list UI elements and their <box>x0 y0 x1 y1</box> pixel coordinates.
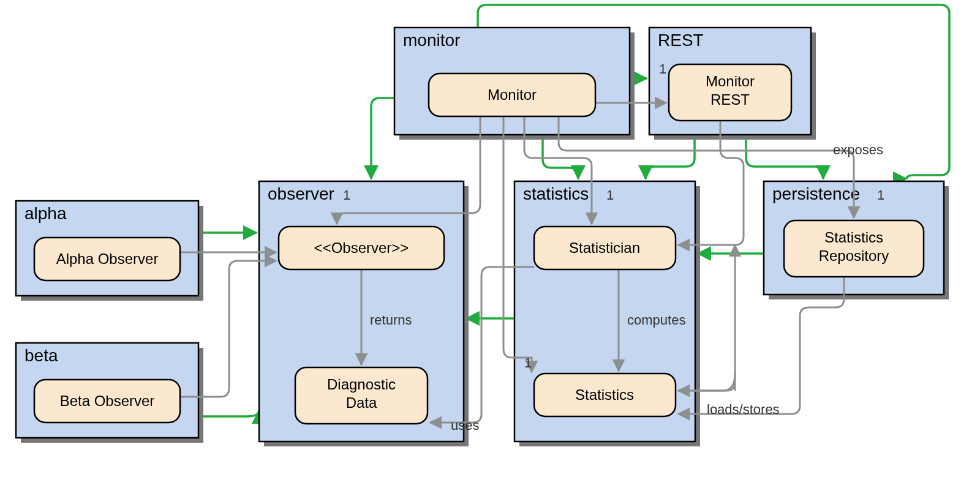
class-monitor-rest: Monitor REST <box>669 64 791 121</box>
svg-text:Repository: Repository <box>819 247 889 264</box>
svg-text:Statistician: Statistician <box>569 239 640 256</box>
svg-text:Diagnostic: Diagnostic <box>327 376 396 393</box>
package-observer-mult: 1 <box>343 187 350 203</box>
dep-monitor-to-statistics <box>543 135 578 179</box>
package-persistence-mult: 1 <box>877 187 884 203</box>
svg-text:Monitor: Monitor <box>706 73 755 89</box>
class-alpha-observer: Alpha Observer <box>34 238 180 280</box>
svg-text:<<Observer>>: <<Observer>> <box>314 239 409 256</box>
statistics-class-mult: 1 <box>524 355 532 370</box>
dep-rest-to-persistence <box>746 135 823 179</box>
label-uses: uses <box>451 418 479 433</box>
class-statistics-repository: Statistics Repository <box>784 220 924 277</box>
svg-text:Beta Observer: Beta Observer <box>60 393 155 409</box>
package-monitor-title: monitor <box>403 31 460 50</box>
package-rest-mult: 1 <box>659 61 666 77</box>
dep-monitor-to-observer <box>371 98 394 179</box>
label-computes: computes <box>627 312 685 328</box>
label-returns: returns <box>370 312 412 328</box>
package-statistics-mult: 1 <box>606 187 614 203</box>
svg-text:Monitor: Monitor <box>488 86 537 103</box>
svg-text:Data: Data <box>346 394 377 411</box>
package-persistence-title: persistence <box>772 184 860 203</box>
package-rest-title: REST <box>658 31 704 50</box>
class-observer-interface: <<Observer>> <box>279 227 444 269</box>
dep-beta-to-observer <box>198 410 259 416</box>
package-beta-title: beta <box>24 346 58 365</box>
class-statistics: Statistics <box>534 374 676 416</box>
package-observer-title: observer <box>268 184 334 203</box>
package-statistics-title: statistics <box>523 184 589 203</box>
svg-text:Statistics: Statistics <box>575 386 634 403</box>
class-diagnostic-data: Diagnostic Data <box>295 367 428 424</box>
svg-text:Alpha Observer: Alpha Observer <box>56 250 159 267</box>
architecture-diagram: alpha beta observer 1 monitor REST 1 sta… <box>0 0 980 496</box>
class-monitor: Monitor <box>429 73 595 116</box>
label-exposes: exposes <box>833 142 883 157</box>
label-loads-stores: loads/stores <box>707 402 780 417</box>
dep-rest-to-statistics <box>646 135 695 179</box>
svg-text:Statistics: Statistics <box>824 229 883 246</box>
package-alpha-title: alpha <box>24 204 67 223</box>
class-beta-observer: Beta Observer <box>34 380 180 423</box>
class-statistician: Statistician <box>534 227 676 269</box>
svg-text:REST: REST <box>710 91 750 108</box>
